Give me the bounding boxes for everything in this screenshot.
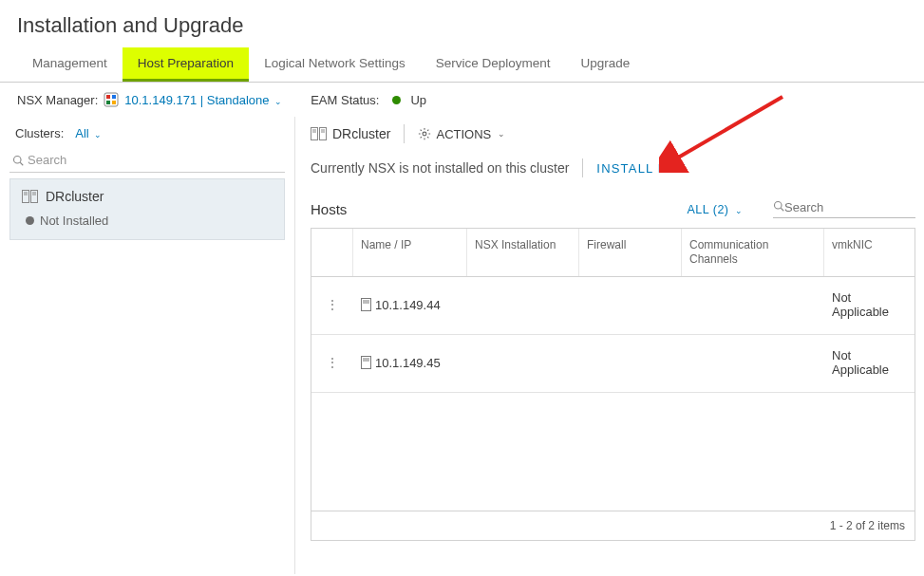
- svg-point-19: [424, 132, 427, 136]
- tab-upgrade[interactable]: Upgrade: [566, 47, 646, 82]
- cell-nsx: [467, 335, 579, 392]
- cell-nsx: [467, 277, 579, 334]
- hosts-table: Name / IP NSX Installation Firewall Comm…: [311, 228, 915, 541]
- col-comm-channels[interactable]: Communication Channels: [682, 229, 824, 276]
- tab-service-deployment[interactable]: Service Deployment: [421, 47, 566, 82]
- divider: [404, 124, 405, 143]
- clusters-filter-all[interactable]: All ⌄: [75, 126, 102, 140]
- svg-rect-3: [106, 101, 110, 104]
- divider: [582, 158, 583, 177]
- content: DRcluster ACTIONS ⌄ Currently NSX is not…: [294, 117, 924, 574]
- hosts-search-input[interactable]: [784, 200, 924, 214]
- search-icon: [12, 155, 24, 166]
- col-vmknic[interactable]: vmkNIC: [824, 229, 915, 276]
- table-row[interactable]: ⋮ 10.1.149.44 Not Applicable: [311, 277, 915, 335]
- svg-rect-22: [362, 299, 371, 311]
- cell-comm: [682, 335, 824, 392]
- status-dot-up-icon: [392, 96, 401, 104]
- cell-firewall: [579, 277, 682, 334]
- hosts-search[interactable]: [773, 200, 915, 218]
- content-cluster-heading: DRcluster: [311, 126, 390, 141]
- nsx-manager-label: NSX Manager:: [17, 93, 98, 107]
- svg-rect-7: [23, 191, 29, 203]
- actions-button[interactable]: ACTIONS ⌄: [418, 127, 505, 141]
- table-header: Name / IP NSX Installation Firewall Comm…: [311, 229, 915, 277]
- install-nsx-link[interactable]: INSTALL NSX: [596, 161, 687, 176]
- chevron-down-icon: ⌄: [498, 129, 505, 139]
- chevron-down-icon: ⌄: [94, 130, 102, 139]
- hosts-filter-all[interactable]: ALL (2) ⌄: [687, 203, 743, 216]
- nsx-manager-line: NSX Manager: 10.1.149.171 | Standalone ⌄…: [0, 83, 924, 117]
- cluster-icon: [311, 127, 327, 140]
- col-menu: [311, 229, 353, 276]
- table-row[interactable]: ⋮ 10.1.149.45 Not Applicable: [311, 335, 915, 393]
- svg-rect-14: [320, 128, 327, 140]
- svg-point-5: [14, 156, 22, 163]
- page-title: Installation and Upgrade: [0, 0, 924, 47]
- svg-rect-13: [311, 128, 318, 140]
- col-firewall[interactable]: Firewall: [579, 229, 682, 276]
- chevron-down-icon: ⌄: [274, 97, 282, 106]
- table-footer: 1 - 2 of 2 items: [311, 511, 915, 540]
- host-ip: 10.1.149.44: [375, 298, 441, 312]
- cluster-status-label: Not Installed: [40, 214, 108, 228]
- kebab-icon: ⋮: [326, 356, 339, 369]
- content-cluster-name: DRcluster: [332, 126, 390, 141]
- install-message: Currently NSX is not installed on this c…: [311, 160, 569, 176]
- tab-host-preparation[interactable]: Host Preparation: [123, 47, 249, 82]
- svg-rect-2: [112, 95, 116, 99]
- svg-rect-8: [31, 191, 38, 203]
- col-name-ip[interactable]: Name / IP: [353, 229, 467, 276]
- hosts-title: Hosts: [311, 201, 347, 217]
- search-icon: [773, 200, 784, 214]
- host-ip: 10.1.149.45: [375, 356, 441, 370]
- cluster-icon: [22, 190, 38, 203]
- status-dot-grey-icon: [26, 216, 34, 225]
- chevron-down-icon: ⌄: [735, 206, 744, 215]
- sidebar: Clusters: All ⌄ DRcluster Not Installed: [0, 117, 294, 574]
- cell-firewall: [579, 335, 682, 392]
- cluster-item[interactable]: DRcluster Not Installed: [9, 178, 285, 240]
- cell-comm: [682, 277, 824, 334]
- host-icon: [361, 356, 371, 369]
- eam-status-label: EAM Status:: [311, 93, 379, 107]
- svg-line-21: [781, 208, 783, 211]
- sidebar-search-input[interactable]: [28, 153, 282, 167]
- cluster-name-label: DRcluster: [46, 189, 104, 204]
- tab-management[interactable]: Management: [17, 47, 123, 82]
- row-menu-button[interactable]: ⋮: [311, 335, 353, 392]
- cell-vmknic: Not Applicable: [824, 335, 915, 392]
- sidebar-search[interactable]: [9, 150, 285, 173]
- host-icon: [361, 298, 371, 311]
- clusters-label: Clusters:: [15, 126, 64, 140]
- clusters-filter-all-label: All: [75, 126, 88, 140]
- kebab-icon: ⋮: [326, 298, 339, 311]
- svg-rect-1: [106, 95, 110, 99]
- svg-rect-25: [362, 357, 371, 369]
- hosts-filter-all-label: ALL (2): [687, 203, 728, 216]
- svg-point-20: [775, 202, 783, 210]
- nsx-manager-icon: [104, 92, 119, 107]
- tab-bar: Management Host Preparation Logical Netw…: [0, 47, 924, 83]
- gear-icon: [418, 127, 431, 140]
- col-nsx-install[interactable]: NSX Installation: [467, 229, 579, 276]
- table-body: ⋮ 10.1.149.44 Not Applicable: [311, 277, 915, 511]
- svg-rect-4: [112, 101, 116, 104]
- nsx-manager-mode: Standalone: [207, 93, 270, 107]
- cell-vmknic: Not Applicable: [824, 277, 915, 334]
- actions-label: ACTIONS: [436, 127, 491, 141]
- eam-status-value: Up: [410, 93, 426, 107]
- tab-logical-network[interactable]: Logical Network Settings: [249, 47, 421, 82]
- nsx-manager-selector[interactable]: 10.1.149.171 | Standalone ⌄: [124, 93, 282, 107]
- row-menu-button[interactable]: ⋮: [311, 277, 353, 334]
- svg-line-6: [20, 162, 23, 165]
- nsx-manager-ip: 10.1.149.171: [124, 93, 197, 107]
